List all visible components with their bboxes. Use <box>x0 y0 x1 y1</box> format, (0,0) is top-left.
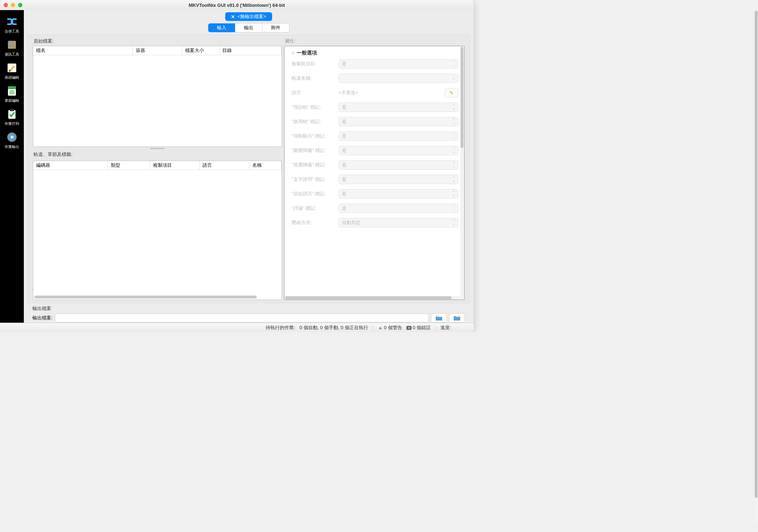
edit-language-button[interactable]: ✎ <box>445 88 458 97</box>
statusbar: 待執行的作業: 0 個自動, 0 個手動, 0 個正在執行 | ▲ 0 個警告 … <box>0 323 474 332</box>
prop-visual-label: "視覺障礙" 標記: <box>292 162 339 168</box>
close-tab-button[interactable]: ✕ <box>231 14 235 19</box>
sidebar-item-header-edit[interactable]: 表頭編輯 <box>1 59 23 82</box>
horizontal-scrollbar[interactable] <box>34 295 281 299</box>
general-options-header[interactable]: ▽ 一般選項 <box>292 48 458 59</box>
prop-enabled-label: "啟用軌" 標記: <box>292 118 339 125</box>
minimize-window-button[interactable] <box>11 3 15 7</box>
progress-label: 進度: <box>440 324 451 331</box>
sidebar-item-info[interactable]: 資訊工具 <box>1 36 23 59</box>
prop-copy-label: 複製此項目: <box>292 61 339 67</box>
prop-hearing-label: "聽覺障礙" 標記: <box>292 147 339 154</box>
window-title: MKVToolNix GUI v81.0 ('Milliontown') 64-… <box>4 3 470 8</box>
col-container[interactable]: 容器 <box>132 46 182 55</box>
col-codec[interactable]: 編碼器 <box>33 161 108 170</box>
file-tab-label: <無輸出檔案> <box>237 13 266 20</box>
pending-jobs-text: 0 個自動, 0 個手動, 0 個正在執行 <box>300 324 368 331</box>
merge-icon <box>5 15 18 28</box>
sidebar-item-job-output[interactable]: 作業輸出 <box>1 128 23 152</box>
segmented-control: 輸入 輸出 附件 <box>208 23 289 32</box>
prop-commentary-label: "評論" 標記: <box>292 205 339 212</box>
source-files-table[interactable]: 檔名 容器 檔案大小 目錄 <box>33 46 282 147</box>
prop-language-label: 語言: <box>292 90 339 96</box>
properties-label: 屬性: <box>284 36 465 46</box>
close-window-button[interactable] <box>4 3 8 7</box>
sidebar-item-label: 表頭編輯 <box>5 75 19 80</box>
maximize-window-button[interactable] <box>18 3 22 7</box>
main-content: ✕ <無輸出檔案> 輸入 輸出 附件 原始檔案: 檔名 <box>24 10 474 323</box>
edit-icon <box>5 61 18 74</box>
chapter-icon <box>5 84 18 97</box>
sidebar: 合併工具 資訊工具 表頭編輯 章節編輯 <box>0 10 24 323</box>
warnings-status[interactable]: ▲ 0 個警告 <box>378 324 402 331</box>
sidebar-item-label: 合併工具 <box>5 29 19 34</box>
col-directory[interactable]: 目錄 <box>219 46 282 55</box>
prop-default-label: "預設軌" 標記: <box>292 104 339 110</box>
vertical-scrollbar[interactable] <box>460 47 464 299</box>
prop-trackname-label: 軌道名稱: <box>292 75 339 82</box>
pending-jobs-label: 待執行的作業: <box>266 324 295 331</box>
default-flag-select[interactable]: 是⌃⌄ <box>339 103 458 112</box>
output-file-input[interactable] <box>55 314 429 322</box>
prop-forced-label: "強制顯示" 標記: <box>292 133 339 139</box>
prop-origlang-label: "原始語言" 標記: <box>292 191 339 197</box>
track-name-input[interactable]: ⌄ <box>339 74 458 83</box>
tab-output[interactable]: 輸出 <box>235 23 262 32</box>
sidebar-item-label: 資訊工具 <box>5 52 19 57</box>
svg-rect-13 <box>436 315 439 317</box>
prop-compression-label: 壓縮方式: <box>292 219 339 226</box>
job-output-icon <box>5 131 18 144</box>
compression-select[interactable]: 自動判定⌃⌄ <box>339 218 458 227</box>
recent-output-button[interactable] <box>449 313 465 323</box>
errors-status[interactable]: ✕ 0 個錯誤 <box>406 324 431 331</box>
prop-textdesc-label: "文字說明" 標記: <box>292 176 339 183</box>
horizontal-scrollbar[interactable] <box>285 296 460 300</box>
source-files-label: 原始檔案: <box>33 36 282 46</box>
output-file-label: 輸出檔案: <box>32 315 53 321</box>
col-type[interactable]: 類型 <box>108 161 150 170</box>
sidebar-item-job-queue[interactable]: 作業佇列 <box>1 105 23 128</box>
col-copy[interactable]: 複製項目 <box>150 161 200 170</box>
output-file-section-label: 輸出檔案 <box>32 305 465 312</box>
commentary-flag-select[interactable]: 是⌃⌄ <box>339 204 458 213</box>
tracks-table[interactable]: 編碼器 類型 複製項目 語言 名稱 <box>33 161 282 300</box>
language-value: <不更改> <box>339 90 443 96</box>
forced-flag-select[interactable]: 是⌃⌄ <box>339 131 458 141</box>
col-name[interactable]: 名稱 <box>249 161 281 170</box>
info-icon <box>5 38 18 51</box>
tab-attachments[interactable]: 附件 <box>262 23 289 32</box>
sidebar-item-label: 章節編輯 <box>5 98 19 103</box>
splitter-handle[interactable] <box>33 147 282 150</box>
tab-input[interactable]: 輸入 <box>208 23 235 32</box>
queue-icon <box>5 108 18 121</box>
file-tab[interactable]: ✕ <無輸出檔案> <box>225 12 272 21</box>
hearing-flag-select[interactable]: 是⌃⌄ <box>339 146 458 155</box>
sidebar-item-chapter-edit[interactable]: 章節編輯 <box>1 82 23 105</box>
orig-lang-flag-select[interactable]: 是⌃⌄ <box>339 189 458 199</box>
chevron-down-icon: ▽ <box>292 51 295 56</box>
visual-flag-select[interactable]: 是⌃⌄ <box>339 160 458 170</box>
enabled-flag-select[interactable]: 是⌃⌄ <box>339 117 458 126</box>
properties-panel: ▽ 一般選項 複製此項目:是⌃⌄ 軌道名稱:⌄ 語言:<不更改>✎ "預設軌" … <box>284 46 465 300</box>
copy-item-select[interactable]: 是⌃⌄ <box>339 59 458 69</box>
svg-rect-10 <box>10 109 14 111</box>
titlebar: MKVToolNix GUI v81.0 ('Milliontown') 64-… <box>0 0 474 10</box>
tracks-label: 軌道、章節及標籤: <box>33 150 282 159</box>
col-filename[interactable]: 檔名 <box>33 46 132 55</box>
browse-output-button[interactable] <box>431 313 447 323</box>
text-desc-flag-select[interactable]: 是⌃⌄ <box>339 175 458 184</box>
sidebar-item-merge[interactable]: 合併工具 <box>1 13 23 36</box>
svg-rect-5 <box>8 86 16 89</box>
sidebar-item-label: 作業佇列 <box>5 121 19 126</box>
col-language[interactable]: 語言 <box>200 161 249 170</box>
sidebar-item-label: 作業輸出 <box>5 144 19 149</box>
col-size[interactable]: 檔案大小 <box>182 46 219 55</box>
